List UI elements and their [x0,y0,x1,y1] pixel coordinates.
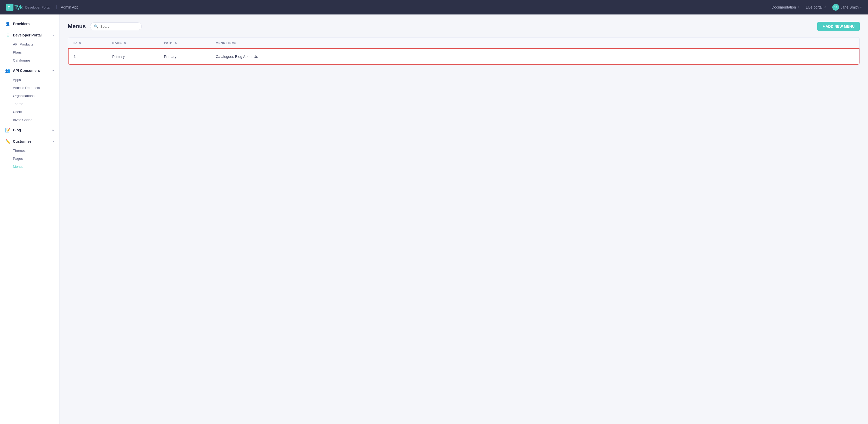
logo-tyk-text: Tyk [14,4,23,10]
chevron-down-icon-customise: ▾ [53,140,54,143]
tyk-logo: T Tyk [6,4,23,11]
svg-text:T: T [8,5,10,9]
sidebar-item-organisations[interactable]: Organisations [0,92,59,100]
sidebar-item-blog[interactable]: 📝 Blog ▸ [0,125,59,135]
sidebar-item-api-consumers[interactable]: 👥 API Consumers ▾ [0,65,59,76]
cell-name: Primary [107,48,159,65]
sidebar-item-apps[interactable]: Apps [0,76,59,84]
sidebar-item-developer-portal[interactable]: 🖥 Developer Portal ▾ [0,30,59,40]
menus-table: ID ⇅ NAME ⇅ PATH ⇅ MENU ITEMS [68,37,860,65]
sidebar-item-invite-codes[interactable]: Invite Codes [0,116,59,124]
main-layout: 👤 Providers 🖥 Developer Portal ▾ API Pro… [0,14,868,424]
api-consumers-label: API Consumers [13,68,50,73]
column-header-menu-items: MENU ITEMS [211,37,840,48]
developer-portal-icon: 🖥 [5,33,10,38]
sidebar-item-catalogues[interactable]: Catalogues [0,56,59,64]
external-link-icon-2: ↗ [824,6,826,9]
chevron-up-icon-blog: ▸ [53,129,54,132]
column-header-path[interactable]: PATH ⇅ [159,37,211,48]
table-body: 1 Primary Primary Catalogues Blog About … [68,48,860,65]
page-header-left: Menus 🔍 [68,23,142,30]
sidebar-section-customise: ✏️ Customise ▾ Themes Pages Menus [0,136,59,171]
column-header-actions [840,37,860,48]
sort-icon-id: ⇅ [79,42,81,44]
blog-label: Blog [13,128,50,132]
external-link-icon: ↗ [797,6,800,9]
api-consumers-icon: 👥 [5,68,10,73]
documentation-link[interactable]: Documentation ↗ [772,5,800,9]
customise-label: Customise [13,139,50,143]
chevron-down-icon: ▾ [860,6,862,9]
user-menu[interactable]: JS Jane Smith ▾ [832,4,862,10]
sidebar-item-users[interactable]: Users [0,108,59,116]
customise-icon: ✏️ [5,139,10,144]
sort-icon-name: ⇅ [124,42,126,44]
sidebar: 👤 Providers 🖥 Developer Portal ▾ API Pro… [0,14,60,424]
table-row[interactable]: 1 Primary Primary Catalogues Blog About … [68,48,860,65]
live-portal-link[interactable]: Live portal ↗ [806,5,826,9]
chevron-down-icon-developer-portal: ▾ [53,34,54,37]
providers-icon: 👤 [5,21,10,26]
main-content: Menus 🔍 + ADD NEW MENU ID ⇅ [60,14,868,424]
providers-label: Providers [13,22,54,26]
sort-icon-path: ⇅ [175,42,177,44]
top-navigation: T Tyk Developer Portal Admin App Documen… [0,0,868,14]
avatar: JS [832,4,839,10]
table-header: ID ⇅ NAME ⇅ PATH ⇅ MENU ITEMS [68,37,860,48]
user-name: Jane Smith [841,5,859,9]
column-header-name[interactable]: NAME ⇅ [107,37,159,48]
page-header: Menus 🔍 + ADD NEW MENU [68,22,860,31]
logo-area: T Tyk Developer Portal Admin App [6,4,79,11]
column-header-id[interactable]: ID ⇅ [68,37,107,48]
sidebar-item-themes[interactable]: Themes [0,146,59,155]
sidebar-item-menus[interactable]: Menus [0,163,59,171]
tyk-logo-icon: T [6,4,13,11]
blog-icon: 📝 [5,127,10,133]
page-title: Menus [68,23,86,30]
sidebar-item-providers[interactable]: 👤 Providers [0,19,59,29]
row-actions-button[interactable]: ⋮ [845,53,854,61]
search-input[interactable] [100,25,138,28]
cell-id: 1 [68,48,107,65]
sidebar-item-access-requests[interactable]: Access Requests [0,84,59,92]
cell-actions: ⋮ [840,48,860,65]
topnav-right: Documentation ↗ Live portal ↗ JS Jane Sm… [772,4,862,10]
sidebar-item-customise[interactable]: ✏️ Customise ▾ [0,136,59,146]
sidebar-item-api-products[interactable]: API Products [0,40,59,48]
search-icon: 🔍 [94,24,98,28]
sidebar-section-blog: 📝 Blog ▸ [0,125,59,135]
chevron-down-icon-api-consumers: ▾ [53,69,54,72]
sidebar-section-providers: 👤 Providers [0,19,59,29]
sidebar-item-teams[interactable]: Teams [0,100,59,108]
sidebar-section-api-consumers: 👥 API Consumers ▾ Apps Access Requests O… [0,65,59,124]
developer-portal-label: Developer Portal [13,33,50,37]
sidebar-section-developer-portal: 🖥 Developer Portal ▾ API Products Plans … [0,30,59,64]
menus-table-container: ID ⇅ NAME ⇅ PATH ⇅ MENU ITEMS [68,37,860,65]
sidebar-item-plans[interactable]: Plans [0,48,59,56]
app-name-label: Admin App [56,5,79,9]
sidebar-item-pages[interactable]: Pages [0,155,59,163]
add-new-menu-button[interactable]: + ADD NEW MENU [817,22,860,31]
search-box: 🔍 [90,23,142,30]
cell-menu-items: Catalogues Blog About Us [211,48,840,65]
cell-path: Primary [159,48,211,65]
logo-developer-portal: Developer Portal [25,5,50,9]
